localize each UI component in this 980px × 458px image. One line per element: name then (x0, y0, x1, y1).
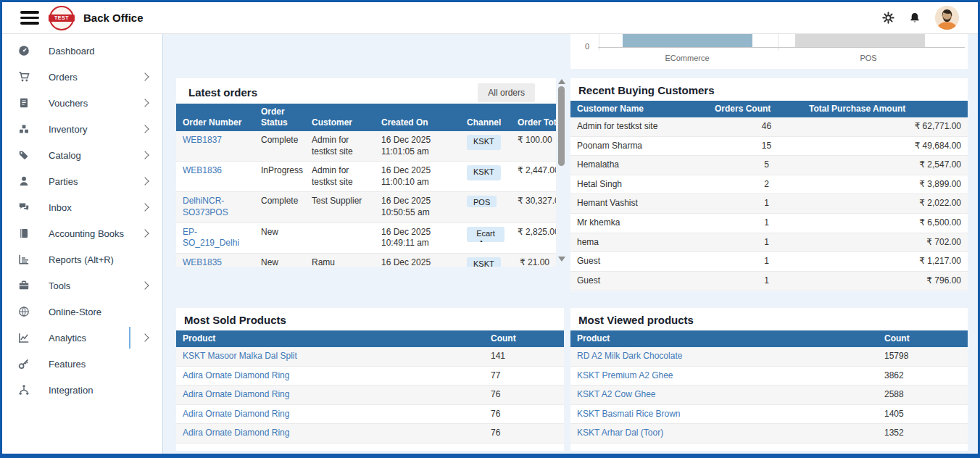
sidebar-item-label: Parties (49, 176, 78, 187)
order-total: ₹ 100.00 (511, 131, 556, 162)
orders-count: 46 (708, 117, 802, 136)
tag-icon (18, 149, 30, 161)
sidebar-item-orders[interactable]: Orders (2, 64, 162, 90)
table-row: Guest1₹ 1,217.00 (570, 252, 968, 272)
channel-badge: Ecart App (467, 227, 504, 242)
chart-gridline (599, 34, 599, 51)
table-row: hema1₹ 702.00 (570, 233, 968, 252)
table-row: Hemalatha5₹ 2,547.00 (570, 156, 968, 175)
chevron-right-icon (141, 229, 149, 237)
channel-badge: KSKT... (467, 135, 501, 150)
table-row: Hemant Vashist1₹ 2,022.00 (570, 194, 968, 214)
sidebar-item-parties[interactable]: Parties (2, 168, 162, 194)
product-count: 76 (484, 404, 564, 424)
user-avatar[interactable] (935, 6, 959, 30)
col-order-status: Order Status (254, 104, 305, 131)
purchase-amount: ₹ 6,500.00 (802, 213, 968, 233)
x-axis-label-pos: POS (860, 54, 876, 62)
orders-scrollbar[interactable] (557, 79, 566, 262)
sidebar-item-online-store[interactable]: Online-Store (2, 299, 162, 325)
product-link[interactable]: Adira Ornate Diamond Ring (183, 370, 289, 380)
orders-count: 5 (708, 156, 802, 175)
table-row: KSKT Premium A2 Ghee3862 (570, 366, 968, 386)
table-row: KSKT Masoor Malka Dal Split141 (176, 347, 564, 366)
analytics-icon (18, 332, 30, 344)
sidebar-item-inventory[interactable]: Inventory (2, 116, 162, 142)
settings-gear-icon[interactable] (882, 12, 894, 24)
product-link[interactable]: KSKT Masoor Malka Dal Split (183, 351, 297, 361)
purchase-amount: ₹ 2,547.00 (802, 156, 968, 175)
notifications-bell-icon[interactable] (909, 12, 921, 24)
created-on: 16 Dec 2025 11:01:05 am (375, 131, 460, 162)
sidebar-item-inbox[interactable]: Inbox (2, 194, 162, 220)
sidebar-item-reports[interactable]: Reports (Alt+R) (2, 246, 162, 272)
purchase-amount: ₹ 27.00 (802, 291, 968, 291)
table-row: Adira Ornate Diamond Ring77 (176, 366, 564, 386)
recent-buying-customers-table: Customer Name Orders Count Total Purchas… (570, 101, 968, 291)
order-number-link[interactable]: EP-SO_219_Delhi (183, 227, 239, 249)
product-link[interactable]: KSKT Premium A2 Ghee (577, 370, 673, 380)
hamburger-menu-icon[interactable] (20, 11, 39, 25)
chevron-right-icon (141, 177, 149, 185)
sidebar-item-vouchers[interactable]: Vouchers (2, 90, 162, 116)
all-orders-button[interactable]: All orders (478, 83, 535, 102)
table-row: WEB1835 New Ramu 16 Dec 2025 10:38:15 am… (176, 253, 556, 267)
customer-name: Admin for testkst site (570, 117, 708, 136)
product-link[interactable]: KSKT A2 Cow Ghee (577, 389, 656, 399)
col-count: Count (878, 330, 968, 347)
sidebar-item-catalog[interactable]: Catalog (2, 142, 162, 168)
table-header-row: Order Number Order Status Customer Creat… (176, 104, 556, 131)
app-title: Back Office (83, 12, 144, 24)
product-link[interactable]: KSKT Basmati Rice Brown (577, 409, 681, 419)
table-row: RD A2 Milk Dark Chocolate15798 (570, 347, 968, 366)
table-row: Adira Ornate Diamond Ring76 (176, 386, 564, 405)
customer-name: Hemant Vashist (570, 194, 708, 214)
chevron-right-icon (141, 203, 149, 211)
sidebar-item-analytics[interactable]: Analytics (2, 325, 162, 351)
sidebar-item-tools[interactable]: Tools (2, 272, 162, 299)
product-link[interactable]: KSKT Arhar Dal (Toor) (577, 428, 663, 438)
integration-icon (18, 384, 30, 396)
sidebar-item-integration[interactable]: Integration (2, 377, 162, 403)
sidebar-item-label: Features (49, 359, 86, 370)
chevron-right-icon (141, 333, 149, 341)
created-on: 16 Dec 2025 10:50:55 am (375, 192, 460, 222)
order-status: New (254, 222, 305, 253)
active-item-indicator (129, 327, 130, 349)
customer-name: Guest (570, 271, 708, 291)
channel-bar-chart: 0 ECommerce POS (570, 34, 968, 69)
chevron-right-icon (141, 281, 149, 289)
chart-x-axis (598, 47, 965, 48)
customer-name: Test Supplier (305, 192, 375, 222)
order-number-link[interactable]: WEB1837 (183, 135, 222, 145)
sidebar-item-features[interactable]: Features (2, 351, 162, 377)
sidebar-item-label: Vouchers (49, 98, 88, 109)
scroll-thumb[interactable] (558, 86, 565, 166)
customer-name (305, 222, 375, 253)
product-link[interactable]: Adira Ornate Diamond Ring (183, 409, 289, 419)
scroll-up-arrow[interactable] (558, 79, 565, 84)
order-number-link[interactable]: WEB1836 (183, 165, 222, 175)
order-number-link[interactable]: DelhiNCR-SO373POS (183, 196, 228, 217)
sidebar-item-accounting-books[interactable]: Accounting Books (2, 220, 162, 246)
product-link[interactable]: Adira Ornate Diamond Ring (183, 428, 289, 438)
product-link[interactable]: RD A2 Milk Dark Chocolate (577, 351, 682, 361)
main-content: 0 ECommerce POS Latest orders All orders… (163, 34, 978, 454)
order-number-link[interactable]: WEB1835 (183, 257, 222, 267)
product-link[interactable]: Adira Ornate Diamond Ring (183, 389, 289, 399)
table-row: Guest1₹ 796.00 (570, 271, 968, 291)
customer-name: Admin for testkst site (305, 162, 375, 192)
product-count: 76 (484, 424, 564, 444)
cart-icon (18, 71, 30, 83)
order-total: ₹ 21.00 (511, 253, 556, 267)
chevron-right-icon (141, 72, 149, 80)
top-header: TEST Back Office (2, 2, 978, 34)
channel-badge: POS (467, 196, 497, 207)
channel-badge: KSKT... (467, 257, 501, 267)
purchase-amount: ₹ 49,684.00 (802, 136, 968, 156)
scroll-down-arrow[interactable] (558, 257, 565, 262)
col-channel: Channel (460, 104, 511, 131)
col-product: Product (176, 330, 484, 347)
sidebar-item-dashboard[interactable]: Dashboard (2, 38, 162, 64)
col-order-number: Order Number (176, 104, 254, 131)
